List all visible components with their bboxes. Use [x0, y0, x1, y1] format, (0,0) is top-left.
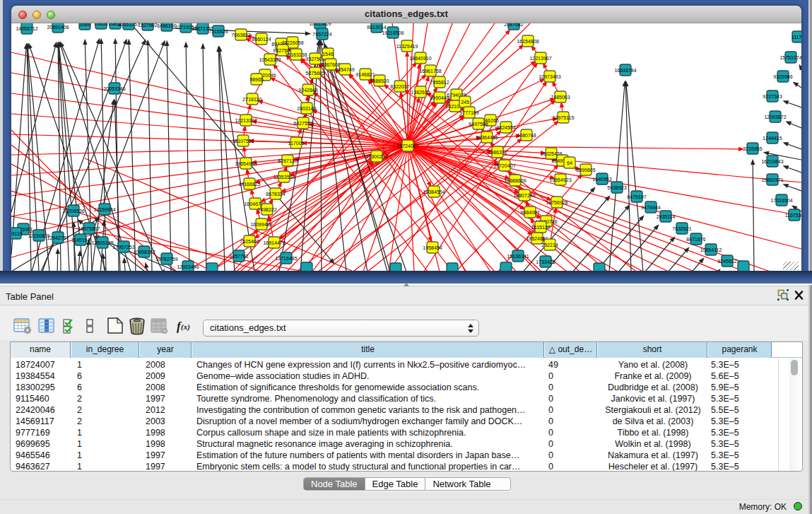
svg-text:10553257: 10553257 [117, 23, 139, 27]
svg-text:14055712: 14055712 [16, 26, 37, 31]
svg-text:3824554: 3824554 [496, 125, 515, 130]
svg-text:12942757: 12942757 [47, 235, 69, 240]
svg-text:8660124: 8660124 [252, 37, 271, 42]
svg-text:12923446: 12923446 [177, 264, 199, 269]
svg-text:5875685: 5875685 [305, 71, 324, 76]
svg-text:1640953: 1640953 [592, 177, 611, 182]
svg-text:3215955: 3215955 [743, 146, 762, 151]
svg-text:1958454: 1958454 [423, 245, 442, 250]
svg-text:2935114: 2935114 [657, 214, 676, 219]
svg-text:12213967: 12213967 [529, 56, 551, 61]
svg-text:(x): (x) [181, 322, 190, 332]
svg-text:10688609: 10688609 [504, 178, 526, 183]
svg-text:1733426: 1733426 [536, 259, 555, 264]
svg-text:245: 245 [461, 100, 469, 105]
svg-text:2718120: 2718120 [242, 97, 261, 102]
svg-text:6497508: 6497508 [469, 122, 488, 127]
svg-text:98965: 98965 [249, 77, 264, 82]
svg-text:10958107: 10958107 [133, 250, 155, 255]
svg-text:7632621: 7632621 [672, 226, 691, 231]
svg-text:7986372: 7986372 [488, 150, 507, 155]
svg-text:18724007: 18724007 [396, 144, 418, 148]
svg-text:19166825: 19166825 [238, 182, 260, 187]
svg-text:10654112: 10654112 [700, 247, 722, 252]
svg-text:8454749: 8454749 [335, 67, 354, 72]
svg-text:8471676: 8471676 [686, 237, 705, 242]
svg-text:9227343: 9227343 [763, 94, 782, 99]
svg-text:1588520: 1588520 [370, 78, 389, 83]
svg-text:2367608: 2367608 [321, 62, 340, 67]
svg-text:2087682: 2087682 [504, 23, 523, 27]
svg-text:1244415: 1244415 [763, 136, 782, 141]
svg-text:2803144: 2803144 [297, 106, 316, 111]
svg-text:6479197: 6479197 [627, 194, 646, 199]
svg-text:1145194: 1145194 [71, 238, 90, 243]
svg-text:16961758: 16961758 [419, 69, 441, 74]
svg-text:8322037: 8322037 [390, 84, 409, 89]
svg-text:7515526: 7515526 [208, 29, 228, 34]
svg-text:252214: 252214 [541, 243, 558, 247]
svg-text:1527602: 1527602 [138, 23, 157, 28]
svg-text:19654923: 19654923 [549, 177, 571, 182]
svg-text:15300295: 15300295 [365, 154, 387, 159]
svg-text:12505135: 12505135 [91, 240, 113, 245]
svg-text:10782759: 10782759 [155, 257, 177, 262]
svg-text:18107553: 18107553 [232, 139, 254, 144]
svg-text:9474444: 9474444 [641, 205, 660, 210]
svg-text:9684067: 9684067 [520, 210, 539, 215]
svg-text:13716485: 13716485 [275, 256, 297, 261]
svg-text:6466100: 6466100 [157, 23, 176, 28]
svg-text:9457791: 9457791 [229, 254, 248, 259]
svg-text:15136141: 15136141 [507, 254, 529, 259]
svg-text:19218506: 19218506 [382, 30, 404, 35]
svg-text:18807249: 18807249 [513, 193, 535, 198]
svg-text:9146821: 9146821 [355, 72, 375, 77]
svg-text:7957224: 7957224 [312, 32, 331, 37]
svg-text:1546: 1546 [322, 52, 334, 57]
svg-text:19975867: 19975867 [78, 226, 100, 231]
svg-text:19654985: 19654985 [235, 161, 257, 166]
svg-text:1362615: 1362615 [411, 90, 430, 95]
svg-text:15692971: 15692971 [761, 177, 783, 182]
svg-text:18640910: 18640910 [409, 56, 431, 61]
svg-text:9245612: 9245612 [717, 259, 736, 264]
svg-text:20364436: 20364436 [476, 135, 498, 140]
svg-text:10543382: 10543382 [259, 57, 281, 62]
svg-text:11174: 11174 [792, 35, 801, 40]
svg-text:15720407: 15720407 [493, 163, 515, 168]
svg-text:19756928: 19756928 [546, 200, 567, 205]
svg-text:39119: 39119 [11, 231, 23, 236]
svg-text:117005: 117005 [288, 141, 305, 146]
svg-text:16154808: 16154808 [517, 39, 539, 44]
svg-text:12093872: 12093872 [764, 115, 786, 119]
svg-text:7663822: 7663822 [231, 33, 250, 37]
svg-text:10033809: 10033809 [309, 23, 331, 26]
svg-text:1498222: 1498222 [257, 207, 276, 212]
svg-text:1167533: 1167533 [785, 213, 801, 218]
svg-text:7955812: 7955812 [430, 80, 449, 85]
svg-text:16914479: 16914479 [263, 240, 285, 245]
svg-text:7625402: 7625402 [240, 239, 259, 244]
svg-text:11353594: 11353594 [273, 175, 295, 180]
svg-text:16099489: 16099489 [250, 222, 272, 227]
svg-text:1080748: 1080748 [517, 133, 536, 138]
svg-text:11325419: 11325419 [396, 44, 418, 49]
svg-text:10973493: 10973493 [539, 74, 560, 79]
svg-text:8427552: 8427552 [293, 121, 312, 126]
svg-text:20691406: 20691406 [47, 25, 69, 30]
svg-text:2089: 2089 [79, 23, 90, 27]
svg-text:18163238: 18163238 [285, 52, 307, 57]
svg-text:16648784: 16648784 [614, 68, 636, 73]
svg-text:8267130: 8267130 [278, 158, 297, 163]
svg-text:8813014: 8813014 [367, 25, 386, 30]
svg-text:15751074: 15751074 [779, 55, 801, 60]
svg-text:20053346: 20053346 [103, 86, 125, 91]
svg-text:7485003: 7485003 [551, 95, 570, 100]
svg-text:5938923: 5938923 [607, 185, 626, 190]
svg-text:9329966: 9329966 [773, 74, 792, 79]
svg-text:12213302: 12213302 [235, 118, 257, 123]
svg-text:16210643: 16210643 [761, 159, 783, 164]
svg-text:64: 64 [567, 160, 572, 165]
svg-text:9242848: 9242848 [298, 88, 317, 93]
svg-text:17159934: 17159934 [93, 207, 115, 212]
